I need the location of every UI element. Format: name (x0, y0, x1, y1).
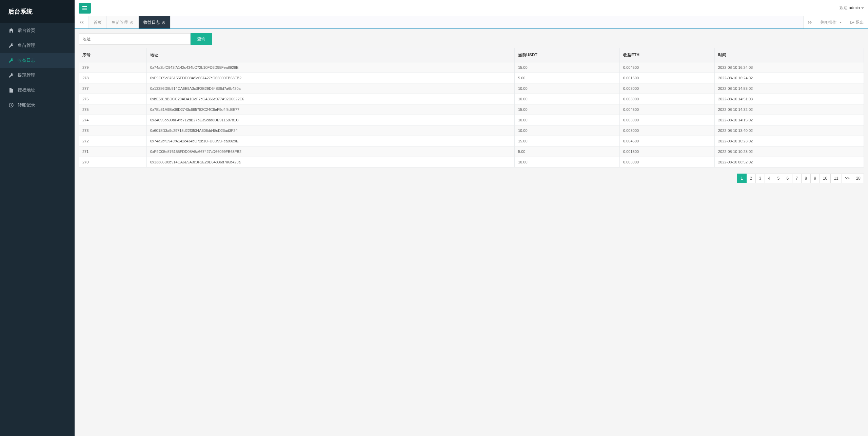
cell-time: 2022-08-10 10:23:02 (715, 136, 864, 146)
page-10[interactable]: 10 (820, 174, 831, 183)
table-row[interactable]: 2780xF9C05e876155FDD08A5a667427cD66099FB… (79, 73, 864, 83)
sidebar-item-label: 收益日志 (18, 57, 35, 63)
tab-label: 首页 (94, 20, 102, 25)
page-5[interactable]: 5 (774, 174, 783, 183)
cell-eth: 0.003000 (620, 157, 715, 167)
cell-seq: 273 (79, 125, 147, 136)
query-button[interactable]: 查询 (191, 33, 212, 45)
double-chevron-right-icon (808, 21, 812, 24)
page-11[interactable]: 11 (830, 174, 842, 183)
page-next[interactable]: >> (842, 174, 853, 183)
sidebar-item-4[interactable]: 授权地址 (0, 83, 75, 98)
sidebar: 后台系统 后台首页鱼苗管理收益日志提现管理授权地址转账记录 (0, 0, 75, 187)
close-ops-dropdown[interactable]: 关闭操作 (816, 16, 846, 28)
toggle-sidebar-button[interactable] (79, 3, 91, 14)
col-addr[interactable]: 地址 (147, 48, 515, 62)
exit-button[interactable]: 退出 (846, 16, 868, 28)
table-row[interactable]: 2710xF9C05e876155FDD08A5a667427cD66099FB… (79, 146, 864, 157)
close-ops-label: 关闭操作 (820, 20, 836, 25)
cell-addr: 0x74a2bfC943fA142c434bC72b10FD6D95Fea892… (147, 136, 515, 146)
cell-seq: 270 (79, 157, 147, 167)
col-eth[interactable]: 收益ETH (620, 48, 715, 62)
page-9[interactable]: 9 (810, 174, 820, 183)
sidebar-item-label: 授权地址 (18, 87, 35, 93)
page-7[interactable]: 7 (792, 174, 802, 183)
cell-seq: 271 (79, 146, 147, 157)
page-1[interactable]: 1 (737, 174, 747, 183)
sidebar-item-2[interactable]: 收益日志 (0, 53, 75, 68)
username: admin (849, 5, 860, 10)
cell-addr: 0xF9C05e876155FDD08A5a667427cD66099FB63F… (147, 73, 515, 83)
table-row[interactable]: 2730x6018D3a9c29715d22f3534A306dd48cD23a… (79, 125, 864, 136)
caret-down-icon (861, 7, 864, 9)
cell-addr: 0x7Ec31A9Be38D2743c665782C24C6eF9d4f5d8E… (147, 104, 515, 115)
exit-label: 退出 (856, 20, 864, 25)
logout-icon (850, 21, 854, 24)
tab-scroll-right[interactable] (803, 16, 816, 28)
filter-row: 查询 (79, 33, 864, 45)
caret-down-icon (839, 22, 842, 23)
tab-right-controls: 关闭操作 退出 (803, 16, 868, 28)
cell-addr: 0xF9C05e876155FDD08A5a667427cD66099FB63F… (147, 146, 515, 157)
sidebar-item-3[interactable]: 提现管理 (0, 68, 75, 83)
cell-eth: 0.001500 (620, 146, 715, 157)
col-seq[interactable]: 序号 (79, 48, 147, 62)
table-row[interactable]: 2770x13386D8b914CA6E9A3c3F2E29D64836d7a6… (79, 83, 864, 94)
sidebar-item-5[interactable]: 转账记录 (0, 98, 75, 113)
cell-seq: 277 (79, 83, 147, 94)
page-8[interactable]: 8 (801, 174, 811, 183)
cell-seq: 275 (79, 104, 147, 115)
cell-seq: 274 (79, 115, 147, 125)
wrench-icon (8, 43, 14, 48)
table-row[interactable]: 2720x74a2bfC943fA142c434bC72b10FD6D95Fea… (79, 136, 864, 146)
col-usdt[interactable]: 当前USDT (515, 48, 620, 62)
cell-time: 2022-08-10 16:24:03 (715, 62, 864, 73)
welcome-prefix: 欢迎 (840, 5, 849, 10)
cell-eth: 0.001500 (620, 73, 715, 83)
tab-close-icon[interactable]: ⊗ (162, 20, 165, 25)
pagination: 1234567891011>>28 (79, 174, 864, 183)
cell-usdt: 10.00 (515, 94, 620, 104)
table-row[interactable]: 2700x13386D8b914CA6E9A3c3F2E29D64836d7a6… (79, 157, 864, 167)
page-3[interactable]: 3 (755, 174, 765, 183)
col-time[interactable]: 时间 (715, 48, 864, 62)
sidebar-item-1[interactable]: 鱼苗管理 (0, 38, 75, 53)
table-row[interactable]: 2750x7Ec31A9Be38D2743c665782C24C6eF9d4f5… (79, 104, 864, 115)
sidebar-item-label: 后台首页 (18, 27, 35, 34)
tab-close-icon[interactable]: ⊗ (130, 20, 134, 25)
cell-usdt: 10.00 (515, 157, 620, 167)
tab-bar: 首页鱼苗管理⊗收益日志⊗ 关闭操作 退出 (75, 16, 868, 29)
tab-scroll-left[interactable] (75, 16, 89, 28)
cell-time: 2022-08-10 14:53:02 (715, 83, 864, 94)
table-row[interactable]: 2740x34095bb99bFAfe712dB27bE35cdd8DE9115… (79, 115, 864, 125)
cell-seq: 276 (79, 94, 147, 104)
cell-usdt: 10.00 (515, 125, 620, 136)
cell-usdt: 15.00 (515, 62, 620, 73)
address-input[interactable] (79, 33, 191, 45)
page-28[interactable]: 28 (853, 174, 864, 183)
cell-time: 2022-08-10 16:24:02 (715, 73, 864, 83)
cell-eth: 0.003000 (620, 83, 715, 94)
cell-addr: 0x74a2bfC943fA142c434bC72b10FD6D95Fea892… (147, 62, 515, 73)
page-2[interactable]: 2 (746, 174, 756, 183)
cell-seq: 278 (79, 73, 147, 83)
sidebar-item-label: 转账记录 (18, 102, 35, 108)
earnings-table: 序号 地址 当前USDT 收益ETH 时间 2790x74a2bfC943fA1… (79, 48, 864, 167)
topbar: 欢迎 admin (75, 0, 868, 16)
cell-eth: 0.004500 (620, 62, 715, 73)
welcome-user[interactable]: 欢迎 admin (840, 5, 864, 11)
tab-1[interactable]: 鱼苗管理⊗ (107, 16, 139, 28)
main-area: 欢迎 admin 首页鱼苗管理⊗收益日志⊗ 关闭操作 退出 查询 (75, 0, 868, 187)
tab-2[interactable]: 收益日志⊗ (139, 16, 171, 28)
cell-eth: 0.003000 (620, 115, 715, 125)
cell-time: 2022-08-10 08:52:02 (715, 157, 864, 167)
page-6[interactable]: 6 (783, 174, 792, 183)
cell-addr: 0xbE5819BDCC29ADA1DeF7cCA366c977A92D6622… (147, 94, 515, 104)
file-icon (8, 88, 14, 93)
sidebar-item-0[interactable]: 后台首页 (0, 23, 75, 38)
table-row[interactable]: 2790x74a2bfC943fA142c434bC72b10FD6D95Fea… (79, 62, 864, 73)
page-4[interactable]: 4 (765, 174, 774, 183)
tab-0[interactable]: 首页 (89, 16, 107, 28)
table-row[interactable]: 2760xbE5819BDCC29ADA1DeF7cCA366c977A92D6… (79, 94, 864, 104)
sidebar-nav: 后台首页鱼苗管理收益日志提现管理授权地址转账记录 (0, 23, 75, 113)
